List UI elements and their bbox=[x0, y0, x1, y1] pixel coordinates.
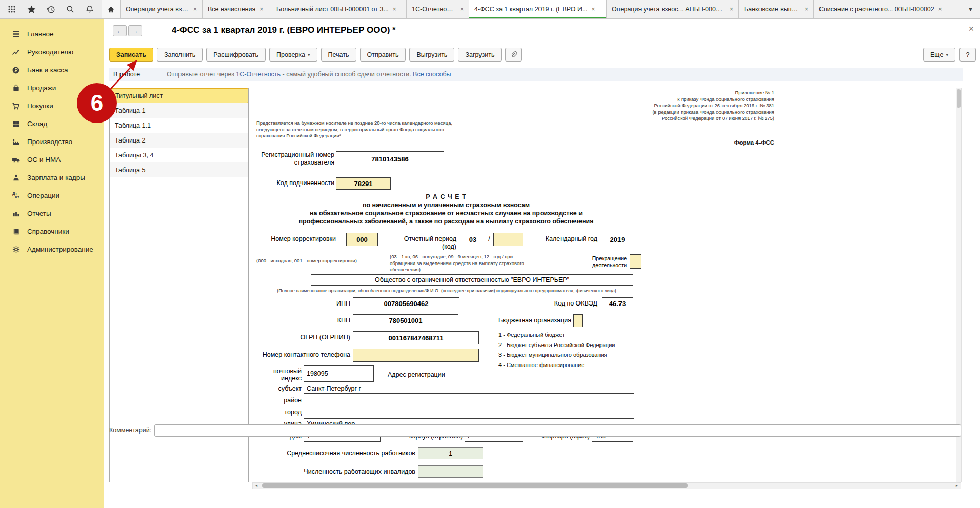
section-tablitsy-3-4[interactable]: Таблицы 3, 4 bbox=[110, 148, 248, 162]
sidebar-item-glavnoe[interactable]: Главное bbox=[0, 25, 104, 43]
attachments-button[interactable] bbox=[505, 48, 522, 62]
back-button[interactable]: ← bbox=[113, 25, 127, 36]
city-field[interactable] bbox=[304, 407, 634, 417]
section-titulnyi-list[interactable]: Титульный лист bbox=[110, 88, 248, 103]
annotation-step-badge: 6 bbox=[77, 83, 117, 123]
tab-operatsii-ucheta-vznosov[interactable]: Операции учета взносов × bbox=[121, 0, 203, 18]
tab-close-icon[interactable]: × bbox=[938, 6, 942, 13]
report-sections-panel: Титульный лист Таблица 1 Таблица 1.1 Таб… bbox=[109, 88, 249, 482]
ogrn-field[interactable]: 001167847468711 bbox=[353, 331, 479, 344]
all-methods-link[interactable]: Все способы bbox=[413, 71, 451, 78]
period-field[interactable]: 03 bbox=[461, 233, 485, 246]
paper-submission-note: Представляется на бумажном носителе не п… bbox=[256, 120, 457, 139]
phone-field[interactable] bbox=[353, 349, 479, 362]
tab-close-icon[interactable]: × bbox=[460, 6, 464, 13]
close-icon[interactable]: ✕ bbox=[968, 25, 974, 33]
tab-operatsiya-ucheta-vznosov[interactable]: Операция учета взнос... АНБП-000001 × bbox=[607, 0, 739, 18]
history-icon[interactable] bbox=[41, 0, 61, 18]
save-button[interactable]: Записать bbox=[109, 48, 153, 62]
quick-icons bbox=[0, 0, 102, 18]
tab-vse-nachisleniya[interactable]: Все начисления × bbox=[203, 0, 271, 18]
scrollbar-thumb[interactable] bbox=[957, 89, 961, 108]
reg-number-field[interactable]: 7810143586 bbox=[336, 151, 444, 167]
kpp-label: КПП bbox=[256, 317, 350, 324]
comment-input[interactable] bbox=[154, 424, 961, 437]
sidebar-item-os-i-nma[interactable]: ОС и НМА bbox=[0, 151, 104, 169]
tabs-overflow-chevron-icon[interactable]: ▼ bbox=[961, 0, 980, 18]
print-button[interactable]: Печать bbox=[321, 48, 356, 62]
search-icon[interactable] bbox=[61, 0, 80, 18]
sidebar-item-rukovoditelyu[interactable]: Руководителю bbox=[0, 43, 104, 61]
subordination-code-field[interactable]: 78291 bbox=[336, 177, 391, 190]
inn-field[interactable]: 007805690462 bbox=[353, 297, 459, 310]
period-label: Отчетный период (код) bbox=[390, 235, 456, 251]
disabled-headcount-field[interactable] bbox=[418, 465, 483, 478]
horizontal-scrollbar[interactable]: ◄ ► bbox=[252, 482, 961, 489]
correction-note: (000 - исходная, 001 - номер корректиров… bbox=[256, 258, 357, 265]
1c-reporting-link[interactable]: 1С-Отчетность bbox=[236, 71, 281, 78]
send-button[interactable]: Отправить bbox=[360, 48, 406, 62]
scroll-right-icon[interactable]: ► bbox=[953, 483, 961, 489]
sidebar-item-administrirovanie[interactable]: Администрирование bbox=[0, 240, 104, 258]
tab-close-icon[interactable]: × bbox=[805, 6, 808, 13]
help-button[interactable]: ? bbox=[959, 48, 976, 62]
export-button[interactable]: Выгрузить bbox=[409, 48, 454, 62]
tab-bolnichnyi-list[interactable]: Больничный лист 00БП-000001 от 3... × bbox=[271, 0, 407, 18]
open-tabs: Операции учета взносов × Все начисления … bbox=[121, 0, 961, 18]
disabled-headcount-label: Численность работающих инвалидов bbox=[256, 468, 415, 476]
import-button[interactable]: Загрузить bbox=[458, 48, 502, 62]
subject-field[interactable]: Санкт-Петербург г bbox=[304, 383, 634, 394]
pallet-grid-icon bbox=[11, 120, 21, 128]
termination-field[interactable] bbox=[630, 254, 641, 269]
tab-spisanie-s-raschetnogo[interactable]: Списание с расчетного... 00БП-000002 × bbox=[814, 0, 951, 18]
section-tablitsa-2[interactable]: Таблица 2 bbox=[110, 133, 248, 148]
decrypt-button[interactable]: Расшифровать bbox=[206, 48, 266, 62]
tab-close-icon[interactable]: × bbox=[730, 6, 733, 13]
okved-field[interactable]: 46.73 bbox=[602, 297, 633, 310]
district-field[interactable] bbox=[304, 395, 634, 405]
tab-4fss-active[interactable]: 4-ФСС за 1 квартал 2019 г. (ЕВРО И... × bbox=[469, 0, 607, 18]
favorites-star-icon[interactable] bbox=[22, 0, 41, 18]
vertical-scrollbar[interactable] bbox=[956, 88, 962, 482]
more-button[interactable]: Еще ▾ bbox=[923, 48, 955, 62]
scrollbar-thumb[interactable] bbox=[262, 483, 688, 488]
check-button[interactable]: Проверка ▾ bbox=[269, 48, 317, 62]
sidebar-item-spravochniki[interactable]: Справочники bbox=[0, 222, 104, 240]
notifications-bell-icon[interactable] bbox=[80, 0, 99, 18]
panel-splitter[interactable] bbox=[250, 88, 250, 482]
sidebar-item-bank-i-kassa[interactable]: Банк и касса bbox=[0, 61, 104, 79]
avg-headcount-field[interactable]: 1 bbox=[418, 447, 483, 459]
books-icon bbox=[11, 228, 21, 235]
section-tablitsa-5[interactable]: Таблица 5 bbox=[110, 162, 248, 177]
gear-icon bbox=[11, 246, 21, 253]
section-tablitsa-1[interactable]: Таблица 1 bbox=[110, 103, 248, 118]
forward-button[interactable]: → bbox=[128, 25, 142, 36]
status-link[interactable]: В работе bbox=[113, 71, 140, 78]
tab-1c-otchetnost[interactable]: 1С-Отчетность × bbox=[407, 0, 469, 18]
kpp-field[interactable]: 780501001 bbox=[353, 314, 458, 327]
tab-close-icon[interactable]: × bbox=[393, 6, 396, 13]
section-tablitsa-1-1[interactable]: Таблица 1.1 bbox=[110, 118, 248, 133]
tab-close-icon[interactable]: × bbox=[259, 6, 263, 13]
document-area: ← → 4-ФСС за 1 квартал 2019 г. (ЕВРО ИНТ… bbox=[104, 19, 980, 508]
sidebar-item-proizvodstvo[interactable]: Производство bbox=[0, 133, 104, 151]
budget-org-field[interactable] bbox=[573, 314, 583, 327]
year-field[interactable]: 2019 bbox=[602, 233, 633, 246]
org-name-field[interactable]: Общество с ограниченной ответственностью… bbox=[311, 274, 633, 286]
sidebar-item-otchety[interactable]: Отчеты bbox=[0, 205, 104, 222]
home-icon[interactable] bbox=[102, 0, 121, 18]
tab-close-icon[interactable]: × bbox=[591, 6, 595, 13]
scroll-left-icon[interactable]: ◄ bbox=[253, 483, 260, 489]
chevron-down-icon: ▾ bbox=[946, 52, 948, 57]
chevron-down-icon: ▾ bbox=[308, 52, 310, 57]
sidebar-item-operatsii[interactable]: ДтКт Операции bbox=[0, 187, 104, 205]
postal-code-field[interactable]: 198095 bbox=[304, 365, 374, 382]
sidebar-item-zarplata-i-kadry[interactable]: Зарплата и кадры bbox=[0, 169, 104, 187]
calc-heading: Р А С Ч Е Т по начисленным и уплаченным … bbox=[256, 193, 636, 226]
tab-close-icon[interactable]: × bbox=[193, 6, 197, 13]
tab-bankovskie-vypiski[interactable]: Банковские выписки × bbox=[739, 0, 814, 18]
fill-button[interactable]: Заполнить bbox=[157, 48, 203, 62]
apps-grid-icon[interactable] bbox=[2, 0, 22, 18]
period-extra-field[interactable] bbox=[493, 233, 523, 246]
correction-number-field[interactable]: 000 bbox=[346, 233, 378, 246]
